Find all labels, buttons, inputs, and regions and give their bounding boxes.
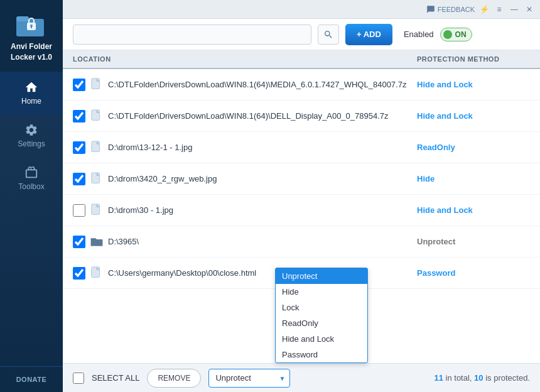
enabled-label: Enabled [404, 30, 434, 39]
row-protection-6: Password [417, 268, 530, 278]
feedback-button[interactable]: FEEDBACK [426, 5, 475, 14]
close-button[interactable]: ✕ [524, 4, 535, 15]
minimize-button[interactable]: — [509, 4, 520, 15]
file-icon-0 [90, 78, 103, 92]
menu-button[interactable]: ≡ [494, 4, 505, 15]
table-row: C:\DTLFolder\DriversDownLoad\WIN8.1(64)\… [63, 69, 540, 101]
row-protection-0: Hide and Lock [417, 80, 530, 89]
bottom-bar: SELECT ALL REMOVE Unprotect Hide Lock Re… [63, 363, 540, 392]
svg-rect-4 [31, 26, 32, 28]
row-protection-3: Hide [417, 174, 530, 183]
table-row: D:\drom\13-12-1 - 1.jpg ReadOnly [63, 132, 540, 163]
row-path-0: C:\DTLFolder\DriversDownLoad\WIN8.1(64)\… [108, 80, 417, 89]
row-path-1: C:\DTLFolder\DriversDownLoad\WIN8.1(64)\… [108, 111, 417, 121]
row-checkbox-5[interactable] [73, 236, 85, 248]
row-checkbox-2[interactable] [73, 141, 85, 154]
select-all-checkbox[interactable] [73, 373, 84, 384]
sidebar: Anvi FolderLocker v1.0 Home Settings Too… [0, 0, 63, 392]
svg-rect-1 [16, 16, 29, 21]
svg-rect-8 [92, 172, 100, 183]
file-icon-1 [90, 109, 103, 123]
row-checkbox-1[interactable] [73, 110, 85, 122]
table-row: D:\drom\3420_2_rgw_web.jpg Hide [63, 163, 540, 195]
app-logo-icon [15, 11, 48, 39]
folder-icon-5 [90, 235, 103, 249]
row-checkbox-3[interactable] [73, 173, 85, 185]
row-protection-4: Hide and Lock [417, 205, 530, 215]
sidebar-item-settings[interactable]: Settings [0, 114, 63, 157]
settings-icon [24, 123, 38, 137]
toggle-switch[interactable]: ON [440, 28, 472, 41]
dropdown-option-lock[interactable]: Lock [276, 300, 367, 315]
titlebar: FEEDBACK ⚡ ≡ — ✕ [63, 0, 540, 19]
table-row: D:\drom\30 - 1.jpg Hide and Lock [63, 195, 540, 226]
table-header: LOCATION PROTECTION METHOD [63, 50, 540, 69]
table-row: D:\3965\ Unprotect [63, 226, 540, 258]
sidebar-toolbox-label: Toolbox [18, 182, 44, 191]
svg-rect-10 [92, 266, 100, 277]
col-protection-header: PROTECTION METHOD [417, 55, 530, 63]
sidebar-donate[interactable]: DONATE [0, 366, 63, 392]
dropdown-option-hide[interactable]: Hide [276, 284, 367, 300]
select-all-label: SELECT ALL [92, 373, 139, 383]
feedback-label: FEEDBACK [438, 6, 475, 13]
app-logo: Anvi FolderLocker v1.0 [0, 0, 63, 72]
row-path-5: D:\3965\ [108, 237, 417, 246]
row-path-3: D:\drom\3420_2_rgw_web.jpg [108, 174, 417, 183]
row-path-4: D:\drom\30 - 1.jpg [108, 205, 417, 215]
row-path-2: D:\drom\13-12-1 - 1.jpg [108, 143, 417, 152]
dropdown-popup: Unprotect Hide Lock ReadOnly Hide and Lo… [275, 268, 368, 363]
file-icon-2 [90, 141, 103, 155]
toolbox-icon [24, 166, 38, 180]
table-row: C:\DTLFolder\DriversDownLoad\WIN8.1(64)\… [63, 101, 540, 132]
main-content: FEEDBACK ⚡ ≡ — ✕ + ADD Enabled ON LOCATI… [63, 0, 540, 392]
app-title: Anvi FolderLocker v1.0 [11, 41, 52, 63]
row-checkbox-6[interactable] [73, 267, 85, 280]
total-count: 11 [434, 373, 443, 383]
file-icon-3 [90, 172, 103, 186]
svg-rect-7 [92, 141, 100, 151]
total-protected: 10 [474, 373, 483, 383]
lightning-button[interactable]: ⚡ [478, 4, 490, 15]
dropdown-option-password[interactable]: Password [276, 347, 367, 362]
search-button[interactable] [318, 24, 339, 45]
home-icon [24, 80, 38, 94]
dropdown-option-readonly[interactable]: ReadOnly [276, 315, 367, 331]
toggle-dot [443, 30, 452, 39]
sidebar-home-label: Home [21, 97, 41, 106]
sidebar-item-toolbox[interactable]: Toolbox [0, 157, 63, 200]
row-protection-5: Unprotect [417, 237, 530, 246]
protection-dropdown-container: Unprotect Hide Lock ReadOnly Hide and Lo… [208, 369, 290, 388]
svg-rect-6 [92, 109, 100, 120]
protection-dropdown[interactable]: Unprotect Hide Lock ReadOnly Hide and Lo… [208, 369, 290, 388]
sidebar-item-home[interactable]: Home [0, 72, 63, 114]
dropdown-option-unprotect[interactable]: Unprotect [276, 268, 367, 284]
search-icon [323, 30, 333, 40]
col-location-header: LOCATION [73, 55, 417, 63]
file-icon-6 [90, 266, 103, 280]
file-icon-4 [90, 204, 103, 217]
add-button[interactable]: + ADD [345, 24, 392, 45]
toggle-label: ON [455, 30, 467, 39]
row-checkbox-4[interactable] [73, 204, 85, 217]
sidebar-settings-label: Settings [18, 139, 45, 148]
svg-rect-9 [92, 204, 100, 214]
row-protection-2: ReadOnly [417, 143, 530, 152]
dropdown-option-hide-lock[interactable]: Hide and Lock [276, 331, 367, 347]
feedback-icon [426, 5, 435, 14]
sidebar-nav: Home Settings Toolbox [0, 72, 63, 366]
row-path-6: C:\Users\germany\Desktop\00\close.html [108, 268, 417, 278]
total-text: 11 in total, 10 is protected. [434, 373, 530, 383]
svg-rect-5 [92, 78, 100, 89]
toolbar: + ADD Enabled ON [63, 19, 540, 50]
row-checkbox-0[interactable] [73, 79, 85, 91]
search-input[interactable] [73, 24, 311, 45]
remove-button[interactable]: REMOVE [147, 369, 201, 388]
row-protection-1: Hide and Lock [417, 111, 530, 121]
